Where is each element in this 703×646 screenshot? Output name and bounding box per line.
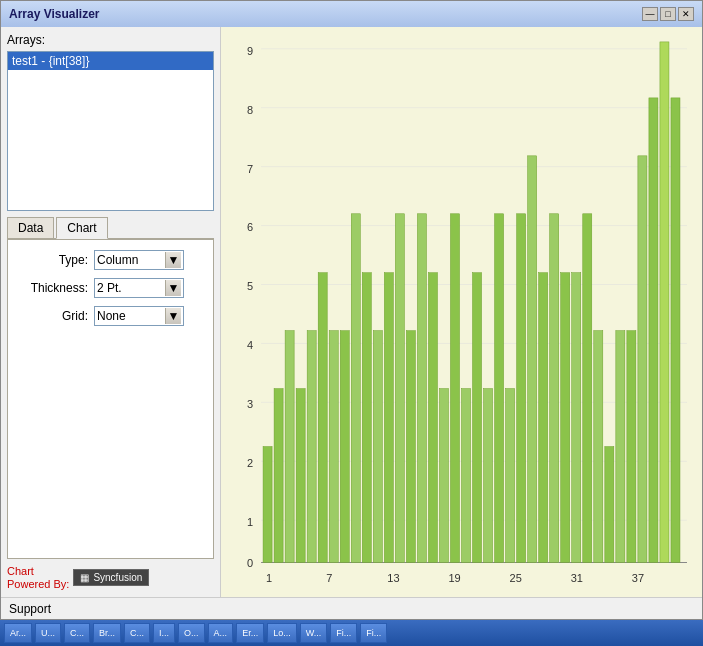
thickness-select[interactable]: 2 Pt. ▼ [94,278,184,298]
main-window: Array Visualizer — □ ✕ Arrays: test1 - {… [0,0,703,620]
powered-by-text: ChartPowered By: [7,565,69,591]
taskbar-item-7[interactable]: A... [208,623,234,643]
x-label-7: 7 [326,572,332,584]
grid-label: Grid: [18,309,88,323]
bar-37 [660,42,669,563]
tab-bar: Data Chart [7,217,214,239]
bar-14 [406,331,415,563]
y-label-9: 9 [247,45,253,57]
bar-36 [649,98,658,563]
bar-35 [638,156,647,563]
y-label-0: 0 [247,557,253,569]
bar-10 [362,273,371,563]
grid-select-arrow: ▼ [165,308,181,324]
bar-22 [495,214,504,563]
chart-svg: 9 8 7 6 5 4 3 2 1 0 [231,37,692,587]
bar-31 [594,331,603,563]
taskbar: Ar... U... C... Br... C... I... O... A..… [0,620,703,646]
support-bar: Support [1,597,702,619]
thickness-row: Thickness: 2 Pt. ▼ [18,278,203,298]
left-panel: Arrays: test1 - {int[38]} Data Chart Typ… [1,27,221,597]
main-content: Arrays: test1 - {int[38]} Data Chart Typ… [1,27,702,597]
y-label-3: 3 [247,398,253,410]
y-label-1: 1 [247,516,253,528]
bar-9 [351,214,360,563]
bar-4 [296,389,305,563]
minimize-button[interactable]: — [642,7,658,21]
bar-25 [528,156,537,563]
grid-row: Grid: None ▼ [18,306,203,326]
type-select[interactable]: Column ▼ [94,250,184,270]
close-button[interactable]: ✕ [678,7,694,21]
taskbar-item-3[interactable]: Br... [93,623,121,643]
bar-33 [616,331,625,563]
window-title: Array Visualizer [9,7,100,21]
x-label-13: 13 [387,572,399,584]
bar-29 [572,273,581,563]
bar-23 [506,389,515,563]
bar-21 [484,389,493,563]
bar-8 [340,331,349,563]
bar-27 [550,214,559,563]
grid-select[interactable]: None ▼ [94,306,184,326]
bar-30 [583,214,592,563]
bar-1 [263,447,272,563]
bar-16 [428,273,437,563]
arrays-list[interactable]: test1 - {int[38]} [7,51,214,211]
tab-data[interactable]: Data [7,217,54,238]
taskbar-item-4[interactable]: C... [124,623,150,643]
bar-19 [462,389,471,563]
bar-15 [417,214,426,563]
bar-24 [517,214,526,563]
support-label: Support [9,602,51,616]
thickness-select-arrow: ▼ [165,280,181,296]
bar-2 [274,389,283,563]
taskbar-item-6[interactable]: O... [178,623,205,643]
taskbar-item-12[interactable]: Fi... [360,623,387,643]
type-select-arrow: ▼ [165,252,181,268]
maximize-button[interactable]: □ [660,7,676,21]
bar-34 [627,331,636,563]
bar-3 [285,331,294,563]
taskbar-item-9[interactable]: Lo... [267,623,297,643]
x-label-25: 25 [510,572,522,584]
x-label-1: 1 [266,572,272,584]
y-label-4: 4 [247,339,253,351]
bar-32 [605,447,614,563]
x-label-37: 37 [632,572,644,584]
bar-20 [473,273,482,563]
bar-18 [450,214,459,563]
controls-panel: Type: Column ▼ Thickness: 2 Pt. ▼ Grid: [7,239,214,559]
taskbar-item-1[interactable]: U... [35,623,61,643]
y-label-6: 6 [247,222,253,234]
title-bar: Array Visualizer — □ ✕ [1,1,702,27]
bar-5 [307,331,316,563]
syncfusion-label: Syncfusion [93,572,142,583]
syncfusion-badge: ▦ Syncfusion [73,569,149,586]
bar-26 [539,273,548,563]
x-label-19: 19 [448,572,460,584]
bar-7 [329,331,338,563]
type-row: Type: Column ▼ [18,250,203,270]
array-item[interactable]: test1 - {int[38]} [8,52,213,70]
taskbar-item-0[interactable]: Ar... [4,623,32,643]
type-label: Type: [18,253,88,267]
x-label-31: 31 [571,572,583,584]
taskbar-item-5[interactable]: I... [153,623,175,643]
y-label-2: 2 [247,457,253,469]
y-label-8: 8 [247,104,253,116]
bar-38 [671,98,680,563]
bar-6 [318,273,327,563]
syncfusion-icon: ▦ [80,572,89,583]
bar-28 [561,273,570,563]
thickness-label: Thickness: [18,281,88,295]
taskbar-item-10[interactable]: W... [300,623,328,643]
taskbar-item-2[interactable]: C... [64,623,90,643]
window-controls: — □ ✕ [642,7,694,21]
taskbar-item-8[interactable]: Er... [236,623,264,643]
y-label-5: 5 [247,280,253,292]
taskbar-item-11[interactable]: Fi... [330,623,357,643]
chart-area: 9 8 7 6 5 4 3 2 1 0 [221,27,702,597]
arrays-label: Arrays: [7,33,214,47]
tab-chart[interactable]: Chart [56,217,107,239]
